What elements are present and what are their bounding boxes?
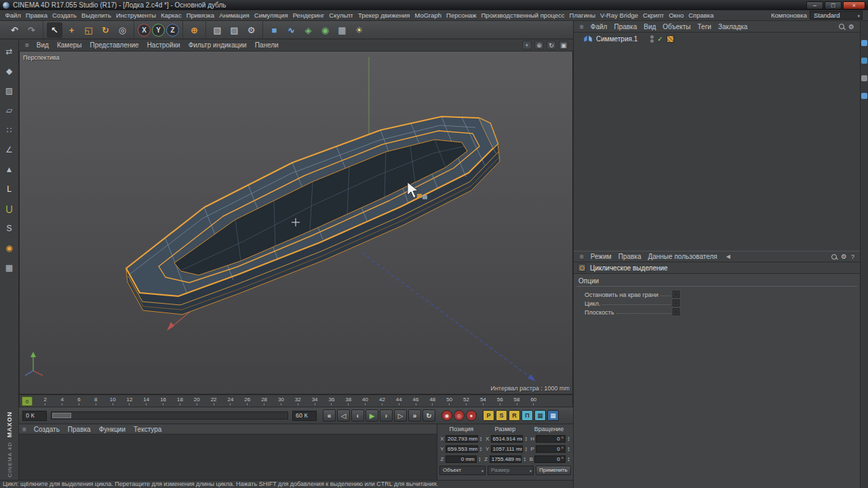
quantize-icon[interactable]: ◉ [2, 241, 17, 255]
snap-settings-icon[interactable]: S [2, 221, 17, 235]
render-view-button[interactable]: ▧ [210, 22, 225, 38]
timeline-playhead[interactable]: 0 [22, 396, 33, 406]
attribute-manager-menu-item[interactable]: Правка [615, 253, 645, 260]
coordinates-tab[interactable]: Вращение [527, 426, 571, 434]
record-pla-toggle[interactable]: ▦ [534, 410, 546, 421]
range-slider-handle[interactable] [52, 413, 71, 418]
visibility-dots-icon[interactable] [650, 35, 654, 43]
next-frame-button[interactable]: › [380, 409, 393, 422]
add-generator-button[interactable]: ◈ [300, 22, 316, 38]
record-position-toggle[interactable]: P [483, 410, 494, 421]
record-parameter-toggle[interactable]: П [521, 410, 533, 421]
stepper-icon[interactable] [479, 436, 484, 441]
viewport-canvas[interactable]: Перспектива Интервал растра : 1000 mm [19, 52, 573, 394]
coordinates-tab[interactable]: Размер [484, 426, 528, 434]
attribute-manager-menu-item[interactable]: Режим [587, 253, 615, 260]
rotation-value-input[interactable]: 0 ° [536, 435, 566, 443]
add-light-button[interactable]: ☀ [351, 22, 367, 38]
goto-end-button[interactable]: » [408, 409, 421, 422]
stepper-icon[interactable] [566, 446, 571, 451]
x-axis-lock[interactable]: X [138, 24, 151, 37]
coordinate-system-toggle[interactable]: ⊕ [186, 22, 202, 38]
boat-model[interactable] [126, 117, 500, 314]
menu-item[interactable]: Каркас [159, 12, 184, 19]
option-checkbox[interactable] [673, 291, 679, 298]
material-menu-item[interactable]: Правка [64, 426, 95, 433]
play-button[interactable]: ▶ [366, 409, 378, 422]
stepper-icon[interactable] [524, 446, 528, 451]
material-menu-icon[interactable]: ≡ [19, 426, 30, 433]
enable-toggle-icon[interactable]: ✓ [657, 35, 663, 43]
snap-icon[interactable]: ⋃ [2, 201, 17, 216]
menu-item[interactable]: Правка [23, 12, 50, 19]
add-cube-button[interactable]: ■ [267, 22, 282, 38]
next-key-button[interactable]: ▷ [394, 409, 407, 422]
help-icon[interactable]: ? [851, 253, 854, 260]
scene-3d[interactable] [20, 52, 573, 394]
maximize-button[interactable]: □ [825, 1, 842, 9]
object-manager-menu-item[interactable]: Теги [694, 23, 715, 30]
coordinates-tab[interactable]: Позиция [439, 426, 484, 434]
view-label[interactable]: Перспектива [23, 54, 60, 61]
option-checkbox[interactable] [673, 300, 679, 306]
size-value-input[interactable]: 1755.489 mm [490, 455, 522, 463]
minimize-button[interactable]: – [806, 1, 823, 9]
apply-button[interactable]: Применить [536, 466, 571, 475]
history-back-icon[interactable]: ◀ [726, 253, 730, 260]
make-editable-icon[interactable]: ⇄ [2, 44, 17, 58]
size-value-input[interactable]: 1057.111 mm [491, 445, 524, 453]
move-tool[interactable]: + [64, 22, 79, 38]
viewport-menu-item[interactable]: Вид [33, 41, 53, 49]
prev-key-button[interactable]: ◁ [337, 409, 350, 422]
prev-frame-button[interactable]: ‹ [351, 409, 364, 422]
record-keyframe-button[interactable]: ◉ [441, 410, 452, 421]
object-manager-menu-item[interactable]: Закладка [715, 23, 751, 30]
rotate-tool[interactable]: ↻ [98, 22, 113, 38]
add-spline-button[interactable]: ∿ [283, 22, 299, 38]
stepper-icon[interactable] [566, 436, 571, 441]
z-axis-lock[interactable]: Z [166, 24, 179, 37]
add-modifier-button[interactable]: ◉ [317, 22, 333, 38]
record-rotation-toggle[interactable]: R [509, 410, 520, 421]
material-menu-item[interactable]: Текстура [130, 426, 165, 433]
polygons-mode-icon[interactable]: ▲ [2, 162, 17, 176]
material-menu-item[interactable]: Создать [30, 426, 64, 433]
rotation-value-input[interactable]: 0 ° [536, 445, 566, 453]
render-settings-button[interactable]: ⚙ [243, 22, 259, 38]
menu-item[interactable]: Скульпт [327, 12, 356, 19]
pan-view-icon[interactable]: + [522, 41, 532, 49]
object-manager-menu-item[interactable]: Правка [610, 23, 640, 30]
stepper-icon[interactable] [477, 456, 482, 462]
record-objects-button[interactable]: ◎ [454, 410, 465, 421]
search-icon[interactable] [839, 24, 844, 29]
selection-tag-icon[interactable] [667, 35, 674, 43]
rotation-value-input[interactable]: 0 ° [534, 455, 566, 463]
scale-tool[interactable]: ◱ [81, 22, 96, 38]
menu-item[interactable]: Выделить [79, 12, 114, 19]
dock-icon[interactable] [861, 75, 867, 81]
coord-size-dropdown[interactable]: Размер [488, 466, 534, 475]
model-mode-icon[interactable]: ◆ [2, 64, 17, 78]
gear-icon[interactable]: ⚙ [848, 23, 854, 30]
viewport-menu-item[interactable]: Камеры [53, 41, 86, 49]
menu-item[interactable]: Рендеринг [290, 12, 327, 19]
material-menu-item[interactable]: Функции [95, 426, 130, 433]
menu-item[interactable]: Привязка [184, 12, 217, 19]
points-mode-icon[interactable]: ∷ [2, 123, 17, 137]
loop-button[interactable]: ↻ [422, 409, 435, 422]
menu-item[interactable]: Скрипт [641, 12, 667, 19]
menu-item[interactable]: Окно [667, 12, 686, 19]
frame-range-slider[interactable] [51, 411, 288, 420]
viewport-menu-item[interactable]: Фильтр индикации [184, 41, 251, 49]
menu-item[interactable]: Файл [3, 12, 23, 19]
menu-item[interactable]: Инструменты [113, 12, 158, 19]
add-instance-button[interactable]: ▦ [334, 22, 350, 38]
goto-start-button[interactable]: « [323, 409, 336, 422]
live-selection-tool[interactable]: ↖ [47, 22, 62, 38]
axis-ruler-icon[interactable]: L [2, 182, 17, 196]
material-list[interactable] [19, 434, 437, 480]
toggle-view-icon[interactable]: ▣ [559, 41, 568, 49]
timeline-ruler[interactable]: 0246810121416182022242628303234363840424… [19, 394, 573, 407]
size-value-input[interactable]: 6514.914 mm [491, 435, 524, 443]
undo-icon[interactable]: ↶ [7, 22, 22, 38]
